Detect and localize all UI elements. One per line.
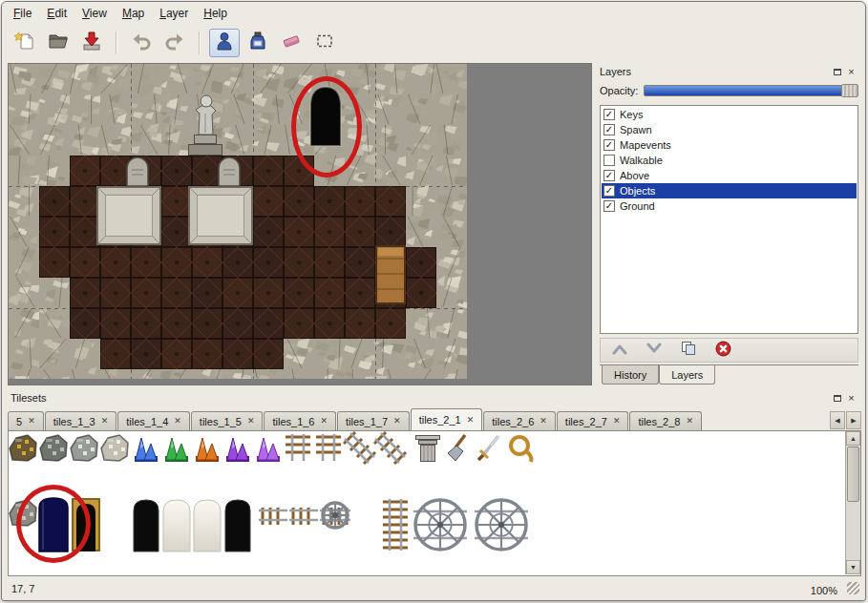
scroll-thumb[interactable] [847,447,859,502]
tab-history[interactable]: History [602,365,659,385]
opacity-slider[interactable] [644,85,858,96]
close-panel-button[interactable]: × [844,65,858,78]
map-canvas[interactable] [9,64,467,379]
tileset-tab[interactable]: tiles_1_6 ✕ [264,411,336,430]
tab-close-icon[interactable]: ✕ [613,417,621,426]
tileset-tab-label: tiles_1_7 [346,416,388,427]
menu-help[interactable]: Help [196,3,235,24]
layer-label: Objects [620,185,655,197]
resize-grip[interactable] [847,582,859,594]
stamp-person-icon [214,31,235,55]
tileset-tab[interactable]: tiles_2_6 ✕ [483,411,556,430]
redo-icon [164,31,185,55]
open-folder-icon [48,31,69,55]
layer-label: Above [620,170,649,181]
tab-close-icon[interactable]: ✕ [393,417,401,426]
tileset-tab[interactable]: tiles_1_4 ✕ [117,411,190,430]
new-file-icon [14,31,35,55]
tileset-tab-label: tiles_2_1 [419,414,461,426]
tileset-tab-label: tiles_2_8 [638,416,680,427]
new-file-button[interactable] [10,29,40,57]
tab-scroll-buttons: ◀ ▶ [830,411,861,429]
layer-row[interactable]: Keys [602,107,857,122]
layer-visibility-checkbox[interactable] [603,109,615,120]
layer-row[interactable]: Above [602,168,857,183]
tileset-tab[interactable]: 5 ✕ [8,411,44,430]
tileset-tab-label: 5 [16,416,22,427]
layers-panel-titlebar: Layers × [597,63,861,80]
tileset-tab-label: tiles_2_7 [565,416,607,427]
menu-file[interactable]: File [6,3,39,24]
tileset-tab[interactable]: tiles_1_3 ✕ [45,411,117,430]
open-button[interactable] [43,29,74,57]
scroll-down-icon[interactable]: ▼ [846,560,860,574]
redo-button[interactable] [159,29,190,57]
float-panel-button[interactable] [830,65,844,78]
layer-label: Walkable [620,155,663,166]
close-icon: × [848,393,854,403]
stamp-tool-button[interactable] [209,29,240,57]
layer-visibility-checkbox[interactable] [603,200,615,212]
tab-close-icon[interactable]: ✕ [467,416,475,425]
layer-visibility-checkbox[interactable] [603,124,615,135]
toolbar-separator [116,31,117,54]
layer-row[interactable]: Spawn [602,122,857,137]
fill-tool-button[interactable] [243,29,273,57]
tab-close-icon[interactable]: ✕ [28,417,35,426]
layer-label: Spawn [620,124,652,135]
layer-label: Ground [620,200,655,212]
tab-scroll-right-icon[interactable]: ▶ [846,411,861,429]
tab-close-icon[interactable]: ✕ [321,417,328,426]
undo-button[interactable] [126,29,157,57]
scroll-up-icon[interactable]: ▲ [846,431,860,446]
lower-layer-button[interactable] [643,341,666,360]
raise-layer-button[interactable] [608,341,631,360]
layer-visibility-checkbox[interactable] [603,185,615,197]
fill-ink-icon [247,31,268,55]
tileset-tab[interactable]: tiles_2_1 ✕ [411,408,483,431]
duplicate-layer-button[interactable] [677,341,700,360]
tab-close-icon[interactable]: ✕ [540,417,547,426]
tileset-canvas[interactable] [9,431,845,574]
lower-layer-icon [646,342,663,359]
menu-layer[interactable]: Layer [152,3,196,24]
select-tool-button[interactable] [309,29,340,57]
opacity-label: Opacity: [600,85,638,96]
tab-scroll-left-icon[interactable]: ◀ [830,411,845,429]
tab-layers[interactable]: Layers [659,365,715,385]
layer-visibility-checkbox[interactable] [603,170,615,181]
tileset-tab[interactable]: tiles_2_8 ✕ [629,411,702,430]
layer-row[interactable]: Objects [602,183,857,198]
layer-row[interactable]: Ground [602,198,857,214]
tilesets-panel-title: Tilesets [11,392,47,404]
float-panel-button[interactable] [830,391,844,405]
layer-row[interactable]: Walkable [602,153,857,168]
delete-layer-icon [715,341,731,361]
tab-close-icon[interactable]: ✕ [247,417,255,426]
menu-edit[interactable]: Edit [39,3,74,24]
tab-close-icon[interactable]: ✕ [101,417,109,426]
layer-visibility-checkbox[interactable] [603,155,615,166]
tab-close-icon[interactable]: ✕ [686,417,693,426]
tileset-tab[interactable]: tiles_1_7 ✕ [337,411,410,430]
layer-list: Keys Spawn Mapevents Walkable Above Obje… [600,105,858,334]
menu-map[interactable]: Map [115,3,152,24]
eraser-tool-button[interactable] [276,29,307,57]
duplicate-layer-icon [680,341,697,360]
layer-visibility-checkbox[interactable] [603,139,615,151]
save-button[interactable] [76,29,107,57]
opacity-slider-handle[interactable] [841,84,858,97]
layer-row[interactable]: Mapevents [602,137,857,153]
close-panel-button[interactable]: × [844,391,858,405]
float-icon [834,69,841,75]
tab-close-icon[interactable]: ✕ [174,417,181,426]
rect-select-icon [314,31,335,55]
save-icon [81,31,102,55]
tileset-tab[interactable]: tiles_2_7 ✕ [557,411,629,430]
toolbar [2,25,865,61]
tileset-tab[interactable]: tiles_1_5 ✕ [191,411,264,430]
delete-layer-button[interactable] [711,341,734,360]
layer-label: Mapevents [620,139,671,151]
raise-layer-icon [611,342,628,359]
menu-view[interactable]: View [74,3,115,24]
